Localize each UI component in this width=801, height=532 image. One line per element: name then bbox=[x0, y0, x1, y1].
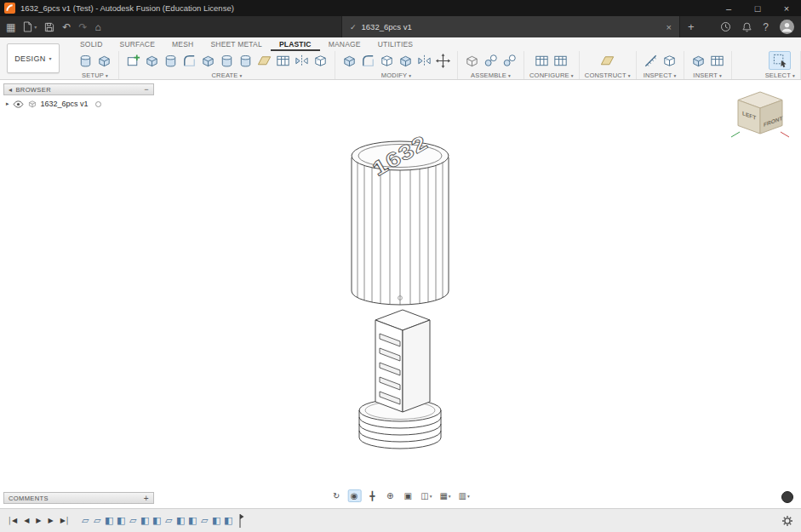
orbit-button[interactable]: ↻ bbox=[329, 489, 343, 502]
activate-component-radio[interactable] bbox=[95, 101, 101, 107]
new-component-icon[interactable] bbox=[463, 52, 481, 70]
workspace-switcher[interactable]: DESIGN ▾ bbox=[7, 43, 60, 73]
collapse-panel-icon[interactable]: ◂ bbox=[9, 86, 12, 94]
thread-icon[interactable] bbox=[237, 52, 255, 70]
assistant-icon[interactable] bbox=[781, 491, 793, 503]
fit-button[interactable]: ▣ bbox=[401, 489, 415, 502]
minimize-button[interactable]: – bbox=[714, 0, 743, 16]
press-pull-icon[interactable] bbox=[340, 52, 358, 70]
timeline-feature-icon[interactable]: ◧ bbox=[223, 515, 234, 527]
configure-icon[interactable] bbox=[533, 52, 551, 70]
assemble-group-label[interactable]: ASSEMBLE bbox=[471, 72, 506, 79]
step-forward-button[interactable]: ▶ bbox=[48, 517, 53, 524]
extrude-icon[interactable] bbox=[143, 52, 161, 70]
timeline-feature-icon[interactable]: ◧ bbox=[187, 515, 198, 527]
insert-mesh-icon[interactable] bbox=[708, 52, 726, 70]
split-body-icon[interactable] bbox=[415, 52, 433, 70]
timeline-feature-icon[interactable]: ▱ bbox=[199, 515, 210, 527]
create-group-label[interactable]: CREATE bbox=[211, 72, 237, 79]
display-settings-button[interactable]: ◫▾ bbox=[419, 489, 433, 502]
mirror-icon[interactable] bbox=[293, 52, 311, 70]
tab-manage[interactable]: MANAGE bbox=[320, 37, 369, 51]
configure-group-label[interactable]: CONFIGURE bbox=[529, 72, 569, 79]
timeline-feature-icon[interactable]: ◧ bbox=[175, 515, 186, 527]
setup-group-label[interactable]: SETUP bbox=[82, 72, 104, 79]
maximize-button[interactable]: □ bbox=[743, 0, 772, 16]
section-analysis-icon[interactable] bbox=[661, 52, 678, 70]
tab-surface[interactable]: SURFACE bbox=[112, 37, 164, 51]
timeline-feature-icon[interactable]: ◧ bbox=[104, 515, 115, 527]
new-tab-button[interactable]: + bbox=[688, 20, 695, 33]
app-grid-icon[interactable]: ▦ bbox=[6, 21, 15, 33]
play-button[interactable]: ▶ bbox=[36, 517, 41, 524]
redo-icon[interactable]: ↷ bbox=[78, 21, 87, 33]
avatar[interactable] bbox=[780, 20, 794, 34]
select-icon[interactable] bbox=[769, 51, 791, 70]
sweep-icon[interactable] bbox=[180, 52, 198, 70]
fillet-icon[interactable] bbox=[359, 52, 377, 70]
visibility-eye-icon[interactable] bbox=[13, 100, 24, 108]
setup-tool-icon[interactable] bbox=[95, 52, 113, 70]
document-tab[interactable]: ✓ 1632_6pcs v1 × bbox=[341, 16, 680, 37]
view-cube[interactable]: LEFT FRONT bbox=[726, 87, 794, 143]
timeline-feature-icon[interactable]: ◧ bbox=[140, 515, 151, 527]
minimize-panel-icon[interactable]: − bbox=[144, 85, 149, 94]
timeline-feature-icon[interactable]: ▱ bbox=[128, 515, 139, 527]
step-back-button[interactable]: ◀ bbox=[24, 517, 29, 524]
loft-icon[interactable] bbox=[199, 52, 217, 70]
timeline-position-marker[interactable] bbox=[236, 512, 244, 529]
hole-icon[interactable] bbox=[218, 52, 236, 70]
home-icon[interactable]: ⌂ bbox=[94, 21, 100, 33]
tab-mesh[interactable]: MESH bbox=[163, 37, 202, 51]
browser-root-item[interactable]: ▸ 1632_6pcs v1 bbox=[3, 95, 154, 109]
timeline-feature-icon[interactable]: ◧ bbox=[211, 515, 222, 527]
job-status-icon[interactable] bbox=[720, 21, 731, 32]
save-icon[interactable] bbox=[44, 22, 54, 32]
timeline-feature-icon[interactable]: ▱ bbox=[92, 515, 103, 527]
joint-icon[interactable] bbox=[482, 52, 500, 70]
revolve-icon[interactable] bbox=[162, 52, 180, 70]
settings-gear-icon[interactable] bbox=[781, 515, 793, 527]
model-viewport[interactable]: 1632 bbox=[0, 80, 801, 508]
look-at-button[interactable]: ◉ bbox=[347, 489, 361, 502]
as-built-joint-icon[interactable] bbox=[501, 52, 518, 70]
insert-derive-icon[interactable] bbox=[689, 52, 707, 70]
timeline-feature-icon[interactable]: ▱ bbox=[163, 515, 175, 527]
timeline-feature-icon[interactable]: ▱ bbox=[80, 515, 91, 527]
browser-item-label[interactable]: 1632_6pcs v1 bbox=[41, 100, 89, 108]
modify-group-label[interactable]: MODIFY bbox=[381, 72, 407, 79]
undo-icon[interactable]: ↶ bbox=[62, 21, 71, 33]
add-comment-button[interactable]: + bbox=[144, 494, 149, 503]
model-canvas[interactable]: 1632 bbox=[0, 80, 801, 508]
inspect-group-label[interactable]: INSPECT bbox=[644, 72, 672, 79]
pan-button[interactable]: ╋ bbox=[365, 489, 379, 502]
close-button[interactable]: × bbox=[772, 0, 801, 16]
comments-panel[interactable]: COMMENTS + bbox=[3, 492, 154, 504]
tab-utilities[interactable]: UTILITIES bbox=[369, 37, 421, 51]
file-menu-icon[interactable]: ▾ bbox=[23, 21, 37, 32]
notifications-bell-icon[interactable] bbox=[742, 22, 752, 32]
zoom-button[interactable]: ⊕ bbox=[383, 489, 397, 502]
expand-caret-icon[interactable]: ▸ bbox=[6, 100, 9, 107]
tab-sheet-metal[interactable]: SHEET METAL bbox=[202, 37, 270, 51]
measure-icon[interactable] bbox=[642, 52, 660, 70]
tab-close-icon[interactable]: × bbox=[667, 22, 672, 32]
timeline-feature-icon[interactable]: ◧ bbox=[116, 515, 127, 527]
browser-header[interactable]: ◂ BROWSER − bbox=[3, 83, 154, 95]
construct-plane-icon[interactable] bbox=[598, 52, 616, 70]
timeline-feature-icon[interactable]: ◧ bbox=[152, 515, 163, 527]
select-group-label[interactable]: SELECT bbox=[765, 72, 791, 79]
create-sketch-icon[interactable] bbox=[124, 52, 142, 70]
help-icon[interactable]: ? bbox=[763, 21, 769, 33]
viewports-button[interactable]: ▥▾ bbox=[457, 489, 472, 502]
rib-icon[interactable] bbox=[255, 52, 273, 70]
pattern-icon[interactable] bbox=[274, 52, 292, 70]
go-to-start-button[interactable]: │◀ bbox=[8, 517, 17, 524]
move-copy-icon[interactable] bbox=[434, 52, 452, 70]
construct-group-label[interactable]: CONSTRUCT bbox=[585, 72, 626, 79]
thicken-icon[interactable] bbox=[312, 52, 329, 70]
configuration-table-icon[interactable] bbox=[552, 52, 569, 70]
grid-settings-button[interactable]: ▦▾ bbox=[438, 489, 452, 502]
combine-icon[interactable] bbox=[397, 52, 415, 70]
shell-icon[interactable] bbox=[378, 52, 396, 70]
